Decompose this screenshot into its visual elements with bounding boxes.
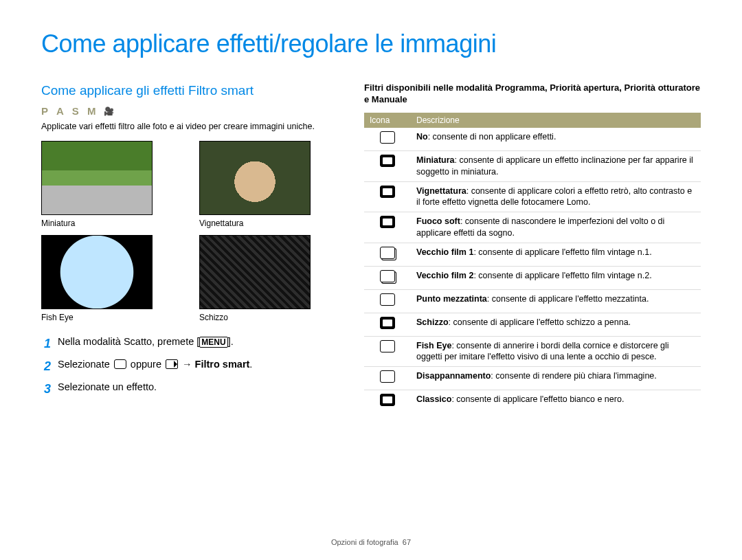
left-column: Come applicare gli effetti Filtro smart … bbox=[41, 82, 330, 413]
page-footer: Opzioni di fotografia 67 bbox=[0, 537, 742, 548]
filter-classico-icon bbox=[380, 394, 395, 406]
photo-fisheye bbox=[41, 235, 153, 309]
page-title: Come applicare effetti/regolare le immag… bbox=[41, 27, 701, 61]
video-icon bbox=[166, 359, 178, 369]
row-schizzo: Schizzo: consente di applicare l'effetto… bbox=[364, 313, 701, 336]
row-vecchio2: Vecchio film 2: consente di applicare l'… bbox=[364, 266, 701, 289]
thumb-miniatura: Miniatura bbox=[41, 141, 151, 229]
row-no: No: consente di non applicare effetti. bbox=[364, 128, 701, 150]
step-1-text: Nella modalità Scatto, premete [MENU]. bbox=[58, 335, 234, 349]
step-3: 3 Selezionate un effetto. bbox=[41, 381, 330, 397]
filter-vecchio1-icon bbox=[380, 247, 395, 259]
photo-schizzo bbox=[199, 235, 311, 309]
mode-s: S bbox=[72, 104, 80, 118]
filter-miniatura-icon bbox=[380, 155, 395, 167]
label-miniatura: Miniatura bbox=[41, 218, 151, 229]
content-columns: Come applicare gli effetti Filtro smart … bbox=[41, 82, 701, 413]
movie-mode-icon: 🎥 bbox=[104, 106, 115, 117]
right-column: Filtri disponibili nelle modalità Progra… bbox=[364, 82, 701, 413]
thumb-fisheye: Fish Eye bbox=[41, 235, 151, 323]
photo-miniatura bbox=[41, 141, 153, 215]
filter-disappannamento-icon bbox=[380, 370, 395, 383]
filters-table: Icona Descrizione No: consente di non ap… bbox=[364, 113, 701, 413]
row-fisheye: Fish Eye: consente di annerire i bordi d… bbox=[364, 336, 701, 367]
steps-list: 1 Nella modalità Scatto, premete [MENU].… bbox=[41, 335, 330, 398]
filter-vignettatura-icon bbox=[380, 186, 395, 198]
row-vecchio1: Vecchio film 1: consente di applicare l'… bbox=[364, 243, 701, 267]
manual-page: Come applicare effetti/regolare le immag… bbox=[0, 0, 742, 560]
filter-fuocosoft-icon bbox=[380, 216, 395, 228]
table-header-row: Icona Descrizione bbox=[364, 113, 701, 128]
row-fuocosoft: Fuoco soft: consente di nascondere le im… bbox=[364, 212, 701, 243]
footer-page: 67 bbox=[403, 538, 411, 546]
step-2: 2 Selezionate oppure → Filtro smart. bbox=[41, 358, 330, 374]
filter-fisheye-icon bbox=[380, 340, 395, 352]
row-classico: Classico: consente di applicare l'effett… bbox=[364, 390, 701, 413]
filter-vecchio2-icon bbox=[380, 270, 395, 282]
step-num-1: 1 bbox=[41, 335, 51, 352]
footer-section: Opzioni di fotografia bbox=[331, 538, 398, 546]
label-vignettatura: Vignettatura bbox=[199, 218, 309, 229]
filter-no-icon bbox=[380, 131, 395, 144]
label-fisheye: Fish Eye bbox=[41, 312, 151, 323]
right-heading: Filtri disponibili nelle modalità Progra… bbox=[364, 82, 701, 106]
step-num-3: 3 bbox=[41, 381, 51, 397]
thumb-schizzo: Schizzo bbox=[199, 235, 309, 323]
row-disappannamento: Disappannamento: consente di rendere più… bbox=[364, 367, 701, 390]
step-2-text: Selezionate oppure → Filtro smart. bbox=[58, 358, 252, 372]
thumb-vignettatura: Vignettatura bbox=[199, 141, 309, 229]
intro-text: Applicate vari effetti filtro alle foto … bbox=[41, 121, 330, 133]
section-title: Come applicare gli effetti Filtro smart bbox=[41, 82, 330, 100]
camera-icon bbox=[114, 359, 126, 369]
row-mezzatinta: Punto mezzatinta: consente di applicare … bbox=[364, 289, 701, 313]
mode-indicator: P A S M 🎥 bbox=[41, 104, 330, 118]
thumbnail-grid: Miniatura Vignettatura Fish Eye Schizzo bbox=[41, 141, 330, 322]
photo-vignettatura bbox=[199, 141, 311, 215]
filters-tbody: No: consente di non applicare effetti. M… bbox=[364, 128, 701, 413]
filter-schizzo-icon bbox=[380, 317, 395, 329]
label-schizzo: Schizzo bbox=[199, 312, 309, 323]
step-3-text: Selezionate un effetto. bbox=[58, 381, 157, 394]
step-num-2: 2 bbox=[41, 358, 51, 374]
row-vignettatura: Vignettatura: consente di applicare colo… bbox=[364, 181, 701, 212]
menu-key: MENU bbox=[199, 337, 227, 348]
row-miniatura: Miniatura: consente di applicare un effe… bbox=[364, 150, 701, 181]
filter-mezzatinta-icon bbox=[380, 293, 395, 306]
mode-m: M bbox=[87, 104, 98, 118]
step-1: 1 Nella modalità Scatto, premete [MENU]. bbox=[41, 335, 330, 352]
th-icon: Icona bbox=[364, 113, 411, 128]
mode-p: P bbox=[41, 104, 49, 118]
mode-a: A bbox=[56, 104, 65, 118]
th-desc: Descrizione bbox=[411, 113, 701, 128]
